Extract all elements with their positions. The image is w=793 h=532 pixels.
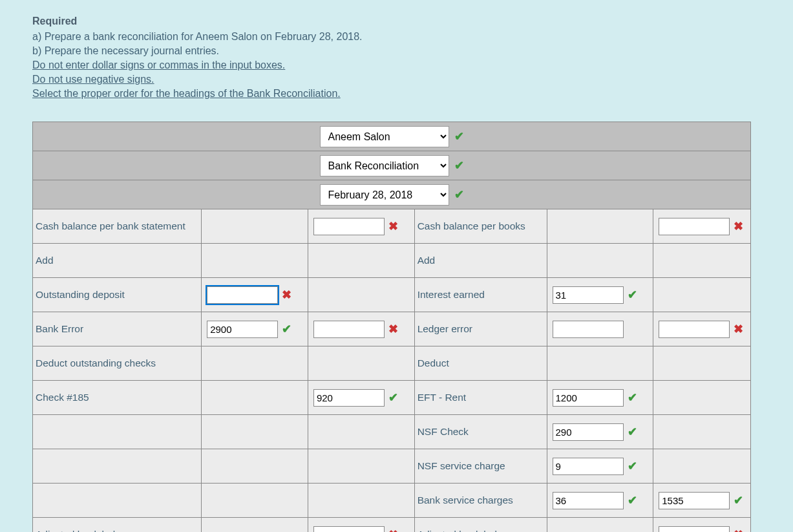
required-rule-1: Do not enter dollar signs or commas in t…: [32, 59, 761, 71]
nsf-service-label: NSF service charge: [414, 449, 547, 484]
interest-earned-input[interactable]: [553, 286, 624, 304]
adjusted-bank-input[interactable]: [313, 526, 385, 533]
eft-rent-label: EFT - Rent: [414, 381, 547, 415]
x-icon: ✖: [282, 289, 291, 301]
check-icon: ✔: [454, 160, 464, 171]
check-icon: ✔: [454, 131, 464, 142]
x-icon: ✖: [388, 323, 398, 335]
company-select[interactable]: Aneem Salon: [320, 126, 449, 147]
book-deduct-label: Deduct: [414, 346, 547, 381]
reconciliation-table: Aneem Salon ✔ Bank Reconciliation ✔: [32, 122, 751, 532]
ledger-error-label: Ledger error: [414, 312, 547, 346]
check-icon: ✔: [454, 189, 464, 200]
bank-service-input[interactable]: [553, 492, 624, 509]
bank-add-label: Add: [33, 244, 202, 278]
nsf-check-input[interactable]: [553, 423, 624, 441]
check-icon: ✔: [628, 289, 637, 301]
book-cash-balance-input[interactable]: [659, 218, 730, 235]
deduct-checks-label: Deduct outstanding checks: [33, 346, 202, 381]
required-rule-2: Do not use negative signs.: [32, 74, 761, 85]
date-select[interactable]: February 28, 2018: [320, 184, 449, 206]
check-icon: ✔: [628, 460, 637, 472]
check-icon: ✔: [628, 426, 637, 438]
x-icon: ✖: [734, 220, 743, 232]
nsf-check-label: NSF Check: [414, 415, 547, 449]
title-select[interactable]: Bank Reconciliation: [320, 155, 449, 176]
check-icon: ✔: [628, 495, 637, 506]
book-add-label: Add: [414, 244, 547, 278]
outstanding-deposit-label: Outstanding deposit: [33, 278, 202, 312]
instructions: Required a) Prepare a bank reconciliatio…: [32, 16, 761, 100]
x-icon: ✖: [734, 323, 743, 335]
bank-service-label: Bank service charges: [414, 484, 547, 518]
required-line-b: b) Prepare the necessary journal entries…: [32, 45, 761, 57]
bank-error-label: Bank Error: [33, 312, 202, 346]
adjusted-book-label: Adjusted book balance: [414, 518, 547, 533]
required-line-a: a) Prepare a bank reconciliation for Ane…: [32, 31, 761, 43]
x-icon: ✖: [734, 529, 743, 532]
check-icon: ✔: [734, 495, 743, 506]
interest-earned-label: Interest earned: [414, 278, 547, 312]
nsf-service-input[interactable]: [553, 458, 624, 475]
ledger-error-input[interactable]: [553, 321, 624, 338]
required-rule-3: Select the proper order for the headings…: [32, 88, 761, 100]
book-cash-balance-label: Cash balance per books: [414, 209, 547, 244]
x-icon: ✖: [388, 220, 398, 232]
check-icon: ✔: [628, 392, 637, 403]
check-185-label: Check #185: [33, 381, 202, 415]
book-deduct-total-input[interactable]: [659, 492, 730, 509]
bank-cash-balance-input[interactable]: [313, 218, 385, 235]
x-icon: ✖: [388, 529, 398, 532]
outstanding-deposit-input[interactable]: [207, 286, 278, 304]
eft-rent-input[interactable]: [553, 389, 624, 407]
bank-error-total-input[interactable]: [313, 321, 385, 338]
adjusted-book-input[interactable]: [659, 526, 730, 533]
check-icon: ✔: [388, 392, 398, 403]
ledger-error-total-input[interactable]: [659, 321, 730, 338]
required-title: Required: [32, 16, 761, 27]
bank-cash-balance-label: Cash balance per bank statement: [33, 209, 202, 244]
bank-error-input[interactable]: [207, 321, 278, 338]
adjusted-bank-label: Adjusted bank balance: [33, 518, 202, 533]
check-icon: ✔: [282, 323, 291, 335]
check-185-input[interactable]: [313, 389, 385, 407]
